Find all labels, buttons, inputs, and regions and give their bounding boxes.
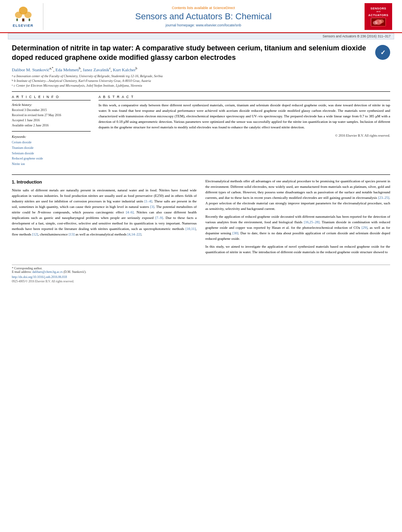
- sensors-logo-img: [371, 18, 386, 26]
- abstract-col: A B S T R A C T In this work, a comparat…: [99, 95, 390, 170]
- keywords-label: Keywords:: [12, 135, 91, 139]
- sciencedirect-line: Contents lists available at ScienceDirec…: [172, 6, 235, 10]
- article-info-header: A R T I C L E I N F O: [12, 95, 91, 100]
- article-info-col: A R T I C L E I N F O Article history: R…: [12, 95, 91, 170]
- intro-col-left: 1. Introduction Nitrite salts of differe…: [12, 179, 197, 257]
- received-date: Received 3 December 2015: [12, 108, 91, 113]
- journal-homepage: journal homepage: www.elsevier.com/locat…: [166, 23, 241, 27]
- affiliation-c: c c Center for Electron Microscopy and M…: [12, 83, 390, 87]
- authors: Dalibor M. Stankovića,*, Eda Mehmetib, J…: [12, 67, 390, 72]
- svg-point-8: [373, 21, 378, 25]
- footer-corresponding: * Corresponding author. E-mail address: …: [0, 267, 402, 275]
- svg-point-1: [15, 12, 22, 19]
- author-mehmeti: Eda Mehmeti: [56, 67, 79, 72]
- footer-divider: [12, 265, 390, 265]
- journal-header: ELSEVIER Contents lists available at Sci…: [0, 0, 402, 33]
- svg-point-2: [24, 12, 31, 19]
- received-revised-date: Received in revised form 27 May 2016: [12, 113, 91, 118]
- keyword-3: Selenium dioxide: [12, 151, 91, 156]
- keywords-group: Keywords: Cerium dioxide Titanium dioxid…: [12, 135, 91, 167]
- footer-doi[interactable]: http://dx.doi.org/10.1016/j.snb.2016.06.…: [0, 275, 402, 280]
- divider-keywords: [12, 131, 91, 132]
- history-label: Article history:: [12, 103, 91, 107]
- body-divider: [12, 174, 390, 175]
- title-section: Determination of nitrite in tap water: A…: [12, 43, 390, 63]
- affiliation-b: b b Institute of Chemistry—Analytical Ch…: [12, 79, 390, 83]
- intro-paragraph-1: Nitrite salts of different metals are na…: [12, 188, 197, 237]
- abstract-text: In this work, a comparative study betwee…: [99, 103, 390, 130]
- affiliations: a a Innovation center of the Faculty of …: [12, 74, 390, 87]
- keyword-4: Reduced graphene oxide: [12, 156, 91, 161]
- journal-title: Sensors and Actuators B: Chemical: [135, 11, 272, 22]
- sensors-logo-text-and: and: [376, 10, 380, 13]
- divider-1: [12, 91, 390, 92]
- available-date: Available online 2 June 2016: [12, 123, 91, 128]
- elsevier-label: ELSEVIER: [13, 24, 34, 28]
- sensors-logo-text-bottom: ACTUATORS: [368, 13, 389, 17]
- keywords-list: Cerium dioxide Titanium dioxide Selenium…: [12, 140, 91, 167]
- article-title: Determination of nitrite in tap water: A…: [12, 43, 375, 63]
- copyright-line: © 2016 Elsevier B.V. All rights reserved…: [99, 133, 390, 137]
- article-meta-bar: Sensors and Actuators B 236 (2016) 311–3…: [8, 33, 394, 39]
- keyword-5: Nitrite ion: [12, 161, 91, 167]
- author-kalcher: Kurt Kalcher: [113, 67, 136, 72]
- svg-rect-3: [22, 19, 24, 21]
- svg-rect-4: [16, 19, 18, 21]
- keyword-2: Titanium dioxide: [12, 145, 91, 151]
- keyword-1: Cerium dioxide: [12, 140, 91, 145]
- svg-rect-5: [28, 19, 30, 21]
- journal-center: Contents lists available at ScienceDirec…: [48, 3, 359, 30]
- crossmark-icon: ✓: [375, 45, 390, 60]
- accepted-date: Accepted 1 June 2016: [12, 118, 91, 123]
- article-history: Article history: Received 3 December 201…: [12, 103, 91, 128]
- sensors-logo: SENSORS and ACTUATORS: [363, 3, 394, 30]
- footer-email[interactable]: dalibars@chem.bg.ac.rs: [32, 270, 63, 274]
- page: ELSEVIER Contents lists available at Sci…: [0, 0, 402, 532]
- intro-col-right: Electroanalytical methods offer all adva…: [205, 179, 390, 257]
- footer-issn: 0925-4005/© 2016 Elsevier B.V. All right…: [0, 280, 402, 285]
- intro-paragraph-2: Electroanalytical methods offer all adva…: [205, 179, 390, 212]
- abstract-header: A B S T R A C T: [99, 95, 390, 100]
- article-info-abstract: A R T I C L E I N F O Article history: R…: [12, 95, 390, 170]
- elsevier-logo: ELSEVIER: [8, 3, 43, 30]
- introduction-section: 1. Introduction Nitrite salts of differe…: [12, 179, 390, 257]
- crossmark[interactable]: ✓: [375, 45, 390, 60]
- article-content: Determination of nitrite in tap water: A…: [0, 39, 402, 261]
- affiliation-a: a a Innovation center of the Faculty of …: [12, 74, 390, 78]
- sensors-logo-text-top: SENSORS: [370, 7, 386, 10]
- author-stankovic: Dalibor M. Stanković: [12, 67, 50, 72]
- section-1-heading: 1. Introduction: [12, 179, 197, 185]
- svg-point-9: [379, 19, 384, 23]
- author-zavasnik: Janez Zavašnik: [83, 67, 110, 72]
- intro-paragraph-3: Recently the application of reduced grap…: [205, 214, 390, 242]
- intro-paragraph-4: In this study, we aimed to investigate t…: [205, 244, 390, 255]
